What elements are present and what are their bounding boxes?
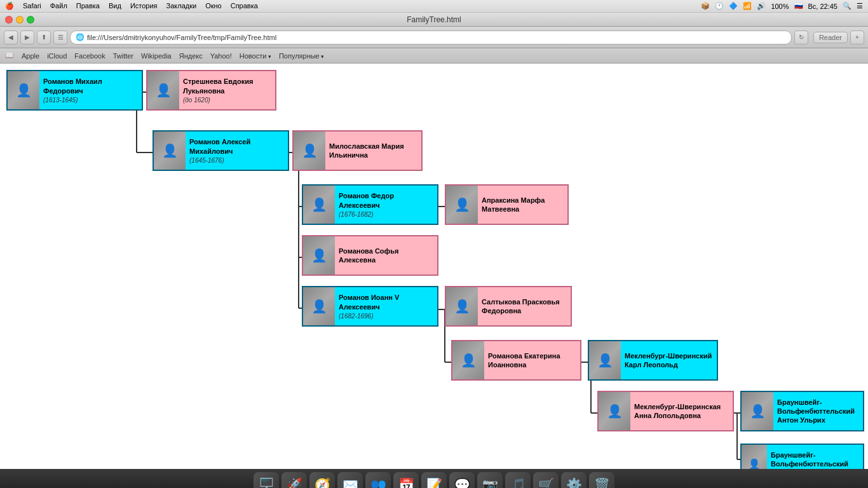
aleksey-photo: 👤 (154, 132, 186, 170)
person-aleksey[interactable]: 👤 Романов Алексей Михайлович (1645-1676) (153, 130, 289, 171)
person-saltykova[interactable]: 👤 Салтыкова Прасковья Федоровна (445, 286, 572, 327)
person-mecklenburg[interactable]: 👤 Мекленбург-Шверинский Карл Леопольд (588, 340, 718, 381)
forward-button[interactable]: ▶ (20, 30, 34, 44)
bookmark-news[interactable]: Новости (240, 52, 271, 60)
dock-calendar[interactable]: 📅 (393, 472, 419, 488)
ioann-name: Романов Иоанн V Алексеевич (339, 293, 433, 311)
person-anton[interactable]: 👤 Брауншвейг-Вольфенбюттельский Антон Ул… (740, 391, 864, 431)
ekaterina-name: Романова Екатерина Иоанновна (488, 351, 576, 370)
dock: 🖥️ 🚀 🧭 ✉️ 👥 📅 📝 💬 📷 🎵 🛒 ⚙️ 🗑️ (0, 469, 868, 488)
menu-history[interactable]: История (130, 2, 158, 10)
dock-music[interactable]: 🎵 (505, 472, 531, 488)
battery-percent: 100% (771, 3, 789, 10)
person-mikhail[interactable]: 👤 Романов Михаил Федорович (1613-1645) (6, 70, 143, 111)
new-tab-button[interactable]: + (850, 30, 864, 44)
clock-icon: 🕐 (715, 2, 724, 10)
dock-appstore[interactable]: 🛒 (533, 472, 559, 488)
mikhail-name: Романов Михаил Федорович (43, 77, 138, 95)
globe-icon: 🌐 (76, 33, 85, 41)
menu-bookmarks[interactable]: Закладки (166, 2, 197, 10)
window-controls (5, 16, 34, 24)
mikhail-info: Романов Михаил Федорович (1613-1645) (39, 71, 142, 109)
fedor-photo: 👤 (303, 186, 335, 224)
sidebar-toggle[interactable]: ☰ (53, 30, 67, 44)
flag-icon: 🇷🇺 (794, 2, 803, 10)
person-sofia[interactable]: 👤 Романова Софья Алексевна (302, 235, 438, 276)
main-content: 👤 Романов Михаил Федорович (1613-1645) 👤… (0, 64, 868, 469)
dropbox-icon: 📦 (701, 2, 710, 10)
braunschweig2-photo: 👤 (742, 445, 767, 469)
titlebar: FamilyTree.html (0, 13, 868, 27)
menu-safari[interactable]: Safari (23, 2, 41, 10)
mikhail-photo: 👤 (8, 71, 39, 109)
volume-icon: 🔊 (757, 2, 766, 10)
miloslavskaya-photo: 👤 (294, 132, 325, 170)
person-anna[interactable]: 👤 Мекленбург-Шверинская Анна Лопольдовна (597, 391, 734, 431)
anna-photo: 👤 (599, 392, 630, 430)
bookmark-facebook[interactable]: Facebook (74, 52, 105, 60)
ekaterina-info: Романова Екатерина Иоанновна (484, 341, 580, 379)
menu-edit[interactable]: Правка (76, 2, 100, 10)
anton-info: Брауншвейг-Вольфенбюттельский Антон Ульр… (773, 392, 863, 430)
menubar: 🍎 Safari Файл Правка Вид История Закладк… (0, 0, 868, 13)
sofia-info: Романова Софья Алексевна (335, 236, 437, 274)
fedor-name: Романов Федор Алексеевич (339, 191, 433, 210)
dock-system-prefs[interactable]: ⚙️ (561, 472, 587, 488)
search-icon[interactable]: 🔍 (843, 2, 851, 10)
bookmark-apple[interactable]: Apple (22, 52, 39, 60)
dock-messages[interactable]: 💬 (449, 472, 475, 488)
reader-button[interactable]: Reader (813, 32, 848, 43)
dock-finder[interactable]: 🖥️ (254, 472, 279, 488)
stresheva-photo: 👤 (147, 71, 179, 109)
dock-contacts[interactable]: 👥 (365, 472, 391, 488)
bookmark-twitter[interactable]: Twitter (113, 52, 133, 60)
ioann-info: Романов Иоанн V Алексеевич (1682-1696) (335, 287, 437, 325)
fedor-dates: (1676-1682) (339, 211, 433, 218)
mikhail-dates: (1613-1645) (43, 97, 138, 104)
dock-notes[interactable]: 📝 (421, 472, 447, 488)
mecklenburg-name: Мекленбург-Шверинский Карл Леопольд (625, 351, 713, 370)
aleksey-info: Романов Алексей Михайлович (1645-1676) (186, 132, 288, 170)
bookmark-yandex[interactable]: Яндекс (179, 52, 203, 60)
person-fedor[interactable]: 👤 Романов Федор Алексеевич (1676-1682) (302, 184, 438, 225)
person-stresheva[interactable]: 👤 Стрешнева Евдокия Лукьяновна (до 1620) (146, 70, 276, 111)
back-button[interactable]: ◀ (4, 30, 18, 44)
braunschweig2-info: Брауншвейг-Вольфенбюттельский (767, 445, 863, 469)
bookmark-icloud[interactable]: iCloud (47, 52, 67, 60)
close-button[interactable] (5, 16, 13, 24)
ioann-dates: (1682-1696) (339, 313, 433, 320)
safari-toolbar: ◀ ▶ ⬆ ☰ 🌐 file:///Users/dmitriykonyuhov/… (0, 27, 868, 48)
menu-file[interactable]: Файл (50, 2, 67, 10)
wifi-icon: 📶 (743, 2, 752, 10)
person-apraksina[interactable]: 👤 Апраксина Марфа Матвеевна (445, 184, 569, 225)
datetime: Вс, 22:45 (808, 3, 837, 10)
bookmark-wikipedia[interactable]: Wikipedia (141, 52, 172, 60)
share-button[interactable]: ⬆ (37, 30, 51, 44)
dock-mail[interactable]: ✉️ (337, 472, 363, 488)
bluetooth-icon: 🔷 (729, 2, 738, 10)
maximize-button[interactable] (27, 16, 34, 24)
menu-view[interactable]: Вид (109, 2, 121, 10)
miloslavskaya-info: Милославская Мария Ильинична (325, 132, 421, 170)
minimize-button[interactable] (16, 16, 24, 24)
reload-button[interactable]: ↻ (794, 30, 808, 44)
address-bar[interactable]: 🌐 file:///Users/dmitriykonyuhov/FamilyTr… (70, 30, 792, 44)
person-miloslavskaya[interactable]: 👤 Милославская Мария Ильинична (292, 130, 423, 171)
person-ekaterina[interactable]: 👤 Романова Екатерина Иоанновна (451, 340, 581, 381)
dock-trash[interactable]: 🗑️ (589, 472, 614, 488)
bookmark-popular[interactable]: Популярные (279, 52, 324, 60)
dock-facetime[interactable]: 📷 (477, 472, 503, 488)
dock-launchpad[interactable]: 🚀 (281, 472, 307, 488)
stresheva-name: Стрешнева Евдокия Лукьяновна (183, 77, 271, 95)
saltykova-photo: 👤 (446, 287, 478, 325)
address-text: file:///Users/dmitriykonyuhov/FamilyTree… (87, 34, 276, 41)
menu-window[interactable]: Окно (205, 2, 222, 10)
person-braunschweig2[interactable]: 👤 Брауншвейг-Вольфенбюттельский (740, 444, 864, 469)
apple-menu[interactable]: 🍎 (5, 2, 14, 10)
menu-help[interactable]: Справка (231, 2, 258, 10)
bookmark-yahoo[interactable]: Yahoo! (210, 52, 232, 60)
list-icon[interactable]: ☰ (857, 2, 863, 10)
person-ioann[interactable]: 👤 Романов Иоанн V Алексеевич (1682-1696) (302, 286, 438, 327)
apraksina-info: Апраксина Марфа Матвеевна (478, 186, 567, 224)
dock-safari[interactable]: 🧭 (309, 472, 335, 488)
